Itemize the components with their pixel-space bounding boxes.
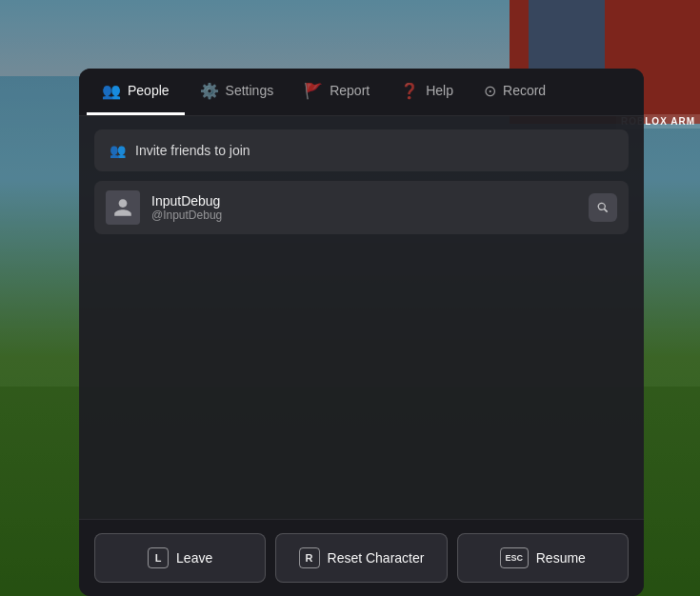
tab-settings[interactable]: ⚙️ Settings	[185, 69, 290, 115]
help-tab-label: Help	[426, 83, 453, 98]
main-panel: 👥 People ⚙️ Settings 🚩 Report ❓ Help ⊙ R…	[79, 69, 644, 596]
bottom-bar: L Leave R Reset Character ESC Resume	[79, 519, 644, 596]
reset-key-badge: R	[299, 547, 320, 568]
people-tab-icon: 👥	[102, 82, 121, 100]
leave-key-badge: L	[148, 547, 169, 568]
record-tab-label: Record	[503, 83, 546, 98]
player-info: InputDebug @InputDebug	[151, 193, 589, 222]
resume-key-badge: ESC	[500, 547, 529, 568]
search-icon	[596, 201, 610, 214]
tab-help[interactable]: ❓ Help	[385, 69, 469, 115]
tab-record[interactable]: ⊙ Record	[469, 69, 561, 115]
tab-report[interactable]: 🚩 Report	[289, 69, 385, 115]
resume-label: Resume	[536, 550, 586, 566]
player-row[interactable]: InputDebug @InputDebug	[94, 181, 629, 234]
tab-bar: 👥 People ⚙️ Settings 🚩 Report ❓ Help ⊙ R…	[79, 69, 644, 116]
invite-label: Invite friends to join	[135, 143, 250, 158]
content-area: 👥 Invite friends to join InputDebug @Inp…	[79, 116, 644, 519]
player-search-button[interactable]	[589, 193, 617, 222]
player-avatar	[106, 190, 140, 225]
leave-button[interactable]: L Leave	[94, 533, 266, 583]
reset-character-button[interactable]: R Reset Character	[275, 533, 447, 583]
settings-tab-label: Settings	[226, 83, 274, 98]
invite-icon: 👥	[110, 143, 126, 158]
help-tab-icon: ❓	[400, 82, 419, 100]
leave-label: Leave	[176, 550, 212, 566]
reset-label: Reset Character	[328, 550, 425, 566]
settings-tab-icon: ⚙️	[200, 82, 219, 100]
report-tab-icon: 🚩	[304, 82, 323, 100]
invite-friends-button[interactable]: 👥 Invite friends to join	[94, 129, 629, 171]
report-tab-label: Report	[330, 83, 370, 98]
people-tab-label: People	[128, 83, 170, 98]
resume-button[interactable]: ESC Resume	[457, 533, 629, 583]
avatar-icon	[112, 197, 133, 218]
record-tab-icon: ⊙	[484, 82, 496, 100]
tab-people[interactable]: 👥 People	[87, 69, 185, 115]
player-handle: @InputDebug	[151, 209, 589, 222]
player-name: InputDebug	[151, 193, 589, 209]
